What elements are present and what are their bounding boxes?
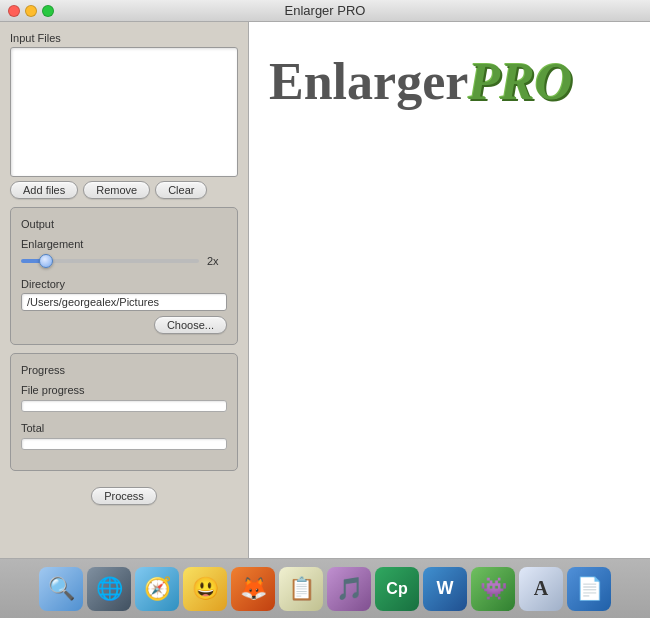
dock-icon-firefox[interactable]: 🦊 [231, 567, 275, 611]
dock: 🔍 🌐 🧭 😃 🦊 📋 🎵 Cp W 👾 A 📄 [0, 558, 650, 618]
logo-pro: PRO [468, 52, 572, 111]
input-files-section: Input Files Add files Remove Clear [10, 32, 238, 199]
enlargement-label: Enlargement [21, 238, 227, 250]
dock-icon-world[interactable]: 🌐 [87, 567, 131, 611]
traffic-lights [8, 5, 54, 17]
right-panel: Enlarger PRO [248, 22, 650, 558]
minimize-button[interactable] [25, 5, 37, 17]
choose-row: Choose... [21, 316, 227, 334]
titlebar: Enlarger PRO [0, 0, 650, 22]
left-panel: Input Files Add files Remove Clear Outpu… [0, 22, 248, 558]
dock-icon-font[interactable]: A [519, 567, 563, 611]
input-files-buttons: Add files Remove Clear [10, 181, 238, 199]
dock-icon-writer[interactable]: W [423, 567, 467, 611]
dock-icon-smiley[interactable]: 😃 [183, 567, 227, 611]
enlargement-slider[interactable] [21, 259, 199, 263]
enlargement-slider-row: 2x [21, 254, 227, 268]
slider-container [21, 254, 199, 268]
total-label: Total [21, 422, 227, 434]
dock-icon-itunes[interactable]: 🎵 [327, 567, 371, 611]
process-row: Process [10, 487, 238, 505]
remove-button[interactable]: Remove [83, 181, 150, 199]
clear-button[interactable]: Clear [155, 181, 207, 199]
dock-icon-docs[interactable]: 📄 [567, 567, 611, 611]
progress-section: Progress File progress Total [10, 353, 238, 471]
app-logo: Enlarger PRO [269, 52, 572, 111]
directory-label: Directory [21, 278, 227, 290]
progress-title: Progress [21, 364, 227, 376]
output-title: Output [21, 218, 227, 230]
main-content: Input Files Add files Remove Clear Outpu… [0, 22, 650, 558]
total-progress-bar [21, 438, 227, 450]
maximize-button[interactable] [42, 5, 54, 17]
directory-input[interactable] [21, 293, 227, 311]
choose-button[interactable]: Choose... [154, 316, 227, 334]
slider-value: 2x [207, 255, 227, 267]
output-section: Output Enlargement 2x Directory Choose..… [10, 207, 238, 345]
dock-icon-safari[interactable]: 🧭 [135, 567, 179, 611]
dock-icon-coda[interactable]: Cp [375, 567, 419, 611]
window-title: Enlarger PRO [285, 3, 366, 18]
close-button[interactable] [8, 5, 20, 17]
dock-icon-finder[interactable]: 🔍 [39, 567, 83, 611]
file-progress-bar [21, 400, 227, 412]
dock-icon-notes[interactable]: 📋 [279, 567, 323, 611]
process-button[interactable]: Process [91, 487, 157, 505]
file-progress-label: File progress [21, 384, 227, 396]
logo-text: Enlarger [269, 52, 468, 111]
dock-icon-alien[interactable]: 👾 [471, 567, 515, 611]
add-files-button[interactable]: Add files [10, 181, 78, 199]
input-files-list[interactable] [10, 47, 238, 177]
input-files-label: Input Files [10, 32, 238, 44]
